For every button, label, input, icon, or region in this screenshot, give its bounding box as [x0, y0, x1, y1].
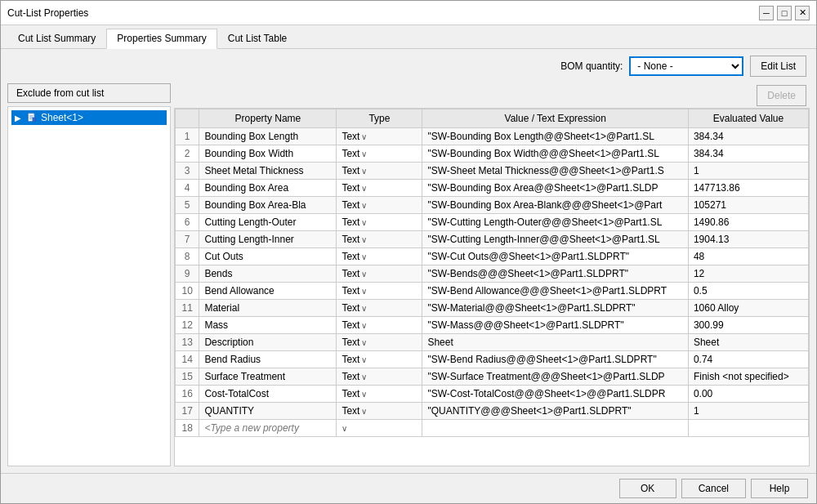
row-value[interactable]: "SW-Cutting Length-Inner@@@Sheet<1>@Part…	[422, 231, 689, 248]
type-dropdown-arrow[interactable]: ∨	[361, 167, 367, 176]
type-dropdown-arrow[interactable]: ∨	[361, 338, 367, 347]
table-row[interactable]: 7Cutting Length-InnerText ∨"SW-Cutting L…	[176, 231, 809, 248]
type-dropdown-arrow[interactable]: ∨	[361, 407, 367, 416]
table-row[interactable]: 2Bounding Box WidthText ∨"SW-Bounding Bo…	[176, 145, 809, 163]
table-row[interactable]: 12MassText ∨"SW-Mass@@@Sheet<1>@Part1.SL…	[176, 317, 809, 334]
type-dropdown-arrow[interactable]: ∨	[361, 201, 367, 210]
row-type[interactable]: Text ∨	[337, 163, 422, 180]
row-value[interactable]: "SW-Bends@@@Sheet<1>@Part1.SLDPRT"	[422, 265, 689, 283]
tab-cut-list-summary[interactable]: Cut List Summary	[7, 29, 106, 48]
table-row[interactable]: 8Cut OutsText ∨"SW-Cut Outs@@Sheet<1>@Pa…	[176, 248, 809, 265]
row-property-name[interactable]: Cut Outs	[199, 248, 337, 265]
row-value[interactable]: "SW-Mass@@@Sheet<1>@Part1.SLDPRT"	[422, 317, 689, 334]
row-value[interactable]: "SW-Surface Treatment@@@Sheet<1>@Part1.S…	[422, 368, 689, 386]
row-type[interactable]: Text ∨	[337, 145, 422, 163]
row-value[interactable]: "SW-Sheet Metal Thickness@@@Sheet<1>@Par…	[422, 163, 689, 180]
row-value[interactable]	[422, 420, 689, 437]
row-property-name[interactable]: Bend Allowance	[199, 283, 337, 300]
type-dropdown-arrow[interactable]: ∨	[361, 304, 367, 313]
row-property-name[interactable]: Material	[199, 300, 337, 317]
row-value[interactable]: "SW-Bounding Box Width@@@Sheet<1>@Part1.…	[422, 145, 689, 163]
type-dropdown-arrow[interactable]: ∨	[361, 235, 367, 244]
table-row[interactable]: 4Bounding Box AreaText ∨"SW-Bounding Box…	[176, 180, 809, 197]
row-type[interactable]: Text ∨	[337, 231, 422, 248]
row-type[interactable]: Text ∨	[337, 403, 422, 420]
type-dropdown-arrow[interactable]: ∨	[361, 287, 367, 296]
row-value[interactable]: "SW-Material@@@Sheet<1>@Part1.SLDPRT"	[422, 300, 689, 317]
close-button[interactable]: ✕	[795, 6, 810, 20]
row-property-name[interactable]: Cutting Length-Inner	[199, 231, 337, 248]
row-type[interactable]: Text ∨	[337, 128, 422, 145]
table-row[interactable]: 16Cost-TotalCostText ∨"SW-Cost-TotalCost…	[176, 386, 809, 403]
row-value[interactable]: "SW-Bounding Box Area@@Sheet<1>@Part1.SL…	[422, 180, 689, 197]
type-dropdown-arrow[interactable]: ∨	[361, 321, 367, 330]
row-value[interactable]: "SW-Cutting Length-Outer@@@Sheet<1>@Part…	[422, 214, 689, 231]
row-property-name[interactable]: Cutting Length-Outer	[199, 214, 337, 231]
table-row[interactable]: 11MaterialText ∨"SW-Material@@@Sheet<1>@…	[176, 300, 809, 317]
bom-quantity-select[interactable]: - None -	[629, 56, 743, 76]
type-dropdown-arrow[interactable]: ∨	[361, 252, 367, 261]
help-button[interactable]: Help	[751, 479, 808, 498]
row-value[interactable]: "SW-Bend Radius@@@Sheet<1>@Part1.SLDPRT"	[422, 351, 689, 368]
row-value[interactable]: "QUANTITY@@@Sheet<1>@Part1.SLDPRT"	[422, 403, 689, 420]
row-property-name[interactable]: Bounding Box Width	[199, 145, 337, 163]
table-row[interactable]: 10Bend AllowanceText ∨"SW-Bend Allowance…	[176, 283, 809, 300]
row-type[interactable]: Text ∨	[337, 351, 422, 368]
row-property-name[interactable]: QUANTITY	[199, 403, 337, 420]
type-dropdown-arrow[interactable]: ∨	[361, 270, 367, 279]
row-property-name[interactable]: Mass	[199, 317, 337, 334]
row-value[interactable]: Sheet	[422, 334, 689, 351]
row-type[interactable]: Text ∨	[337, 265, 422, 283]
table-row[interactable]: 18<Type a new property ∨	[176, 420, 809, 437]
row-property-name[interactable]: Sheet Metal Thickness	[199, 163, 337, 180]
row-value[interactable]: "SW-Bend Allowance@@@Sheet<1>@Part1.SLDP…	[422, 283, 689, 300]
table-row[interactable]: 15Surface TreatmentText ∨"SW-Surface Tre…	[176, 368, 809, 386]
cancel-button[interactable]: Cancel	[681, 479, 746, 498]
type-dropdown-arrow[interactable]: ∨	[361, 372, 367, 381]
row-type[interactable]: Text ∨	[337, 283, 422, 300]
row-property-name[interactable]: Bounding Box Length	[199, 128, 337, 145]
type-dropdown-arrow[interactable]: ∨	[361, 355, 367, 364]
row-type[interactable]: Text ∨	[337, 386, 422, 403]
row-property-name[interactable]: Bounding Box Area-Bla	[199, 197, 337, 214]
exclude-from-cut-list-button[interactable]: Exclude from cut list	[7, 83, 171, 103]
tab-cut-list-table[interactable]: Cut List Table	[217, 29, 298, 48]
type-dropdown-arrow[interactable]: ∨	[342, 424, 347, 433]
row-type[interactable]: Text ∨	[337, 368, 422, 386]
tab-properties-summary[interactable]: Properties Summary	[106, 29, 217, 49]
row-value[interactable]: "SW-Bounding Box Length@@Sheet<1>@Part1.…	[422, 128, 689, 145]
row-type[interactable]: Text ∨	[337, 334, 422, 351]
row-property-name[interactable]: Cost-TotalCost	[199, 386, 337, 403]
edit-list-button[interactable]: Edit List	[750, 56, 806, 77]
type-dropdown-arrow[interactable]: ∨	[361, 184, 367, 193]
row-property-name[interactable]: Bounding Box Area	[199, 180, 337, 197]
row-type[interactable]: Text ∨	[337, 300, 422, 317]
table-row[interactable]: 14Bend RadiusText ∨"SW-Bend Radius@@@She…	[176, 351, 809, 368]
type-dropdown-arrow[interactable]: ∨	[361, 218, 367, 227]
row-type[interactable]: Text ∨	[337, 248, 422, 265]
row-value[interactable]: "SW-Cost-TotalCost@@@Sheet<1>@@Part1.SLD…	[422, 386, 689, 403]
type-dropdown-arrow[interactable]: ∨	[361, 149, 367, 158]
row-property-name[interactable]: <Type a new property	[199, 420, 337, 437]
table-row[interactable]: 5Bounding Box Area-BlaText ∨"SW-Bounding…	[176, 197, 809, 214]
row-type[interactable]: Text ∨	[337, 180, 422, 197]
table-row[interactable]: 1Bounding Box LengthText ∨"SW-Bounding B…	[176, 128, 809, 145]
table-row[interactable]: 13DescriptionText ∨SheetSheet	[176, 334, 809, 351]
type-dropdown-arrow[interactable]: ∨	[361, 390, 367, 399]
row-type[interactable]: Text ∨	[337, 197, 422, 214]
table-row[interactable]: 9BendsText ∨"SW-Bends@@@Sheet<1>@Part1.S…	[176, 265, 809, 283]
table-row[interactable]: 17QUANTITYText ∨"QUANTITY@@@Sheet<1>@Par…	[176, 403, 809, 420]
row-property-name[interactable]: Bends	[199, 265, 337, 283]
row-type[interactable]: Text ∨	[337, 214, 422, 231]
row-value[interactable]: "SW-Bounding Box Area-Blank@@@Sheet<1>@P…	[422, 197, 689, 214]
delete-button[interactable]: Delete	[757, 85, 806, 106]
row-value[interactable]: "SW-Cut Outs@@Sheet<1>@Part1.SLDPRT"	[422, 248, 689, 265]
row-property-name[interactable]: Bend Radius	[199, 351, 337, 368]
ok-button[interactable]: OK	[619, 479, 676, 498]
table-row[interactable]: 6Cutting Length-OuterText ∨"SW-Cutting L…	[176, 214, 809, 231]
row-property-name[interactable]: Description	[199, 334, 337, 351]
row-type[interactable]: ∨	[337, 420, 422, 437]
row-type[interactable]: Text ∨	[337, 317, 422, 334]
table-row[interactable]: 3Sheet Metal ThicknessText ∨"SW-Sheet Me…	[176, 163, 809, 180]
minimize-button[interactable]: ─	[759, 6, 774, 20]
